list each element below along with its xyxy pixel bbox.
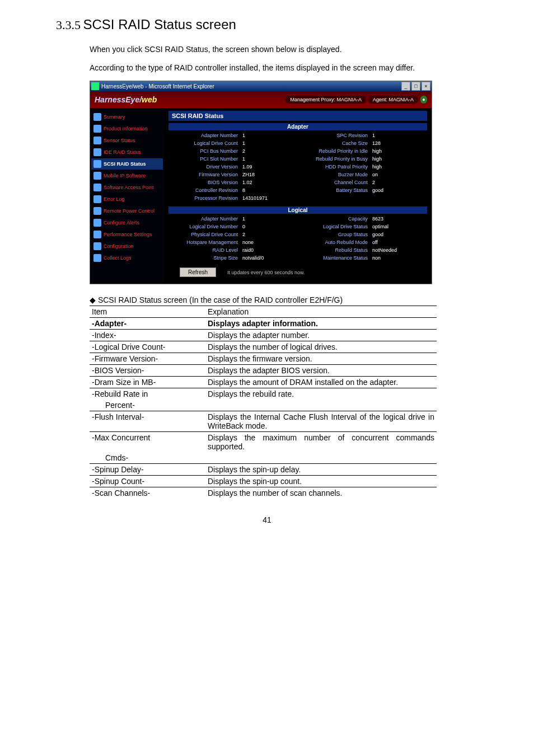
explanation-cell: Displays the number of scan channels. [205,487,437,499]
item-cell: -Index- [90,330,205,341]
table-row: -Flush Interval-Displays the Internal Ca… [90,411,437,432]
kv-row: Rebuild StatusnotNeeded [301,246,425,254]
item-cell: -Spinup Count- [90,476,205,487]
screenshot-window: HarnessEye/web - Microsoft Internet Expl… [90,81,432,284]
panel-title: SCSI RAID Status [168,111,427,121]
intro-line-1: When you click SCSI RAID Status, the scr… [90,44,478,55]
table-row: Percent- [90,400,437,411]
window-titlebar: HarnessEye/web - Microsoft Internet Expl… [90,81,432,91]
table-caption: ◆ SCSI RAID Status screen (In the case o… [90,295,478,304]
table-row: -Max ConcurrentDisplays the maximum numb… [90,432,437,453]
summary-icon [93,113,101,121]
ie-icon [91,82,99,90]
sidebar-item-sensor-status[interactable]: Sensor Status [91,135,163,146]
table-row: -BIOS Version-Displays the adapter BIOS … [90,365,437,377]
error-log-icon [93,195,101,203]
logical-kv-grid: Adapter Number1 Logical Drive Number0 Ph… [168,214,427,264]
adapter-section-head: Adapter [168,123,427,130]
kv-row: Capacity8623 [301,215,425,223]
sidebar-item-software-ap[interactable]: Software Access Point [91,182,163,193]
brand-logo: HarnessEye/web [95,95,157,104]
proxy-label: Management Proxy: MAGNIA-A [285,96,366,104]
table-row: -Dram Size in MB-Displays the amount of … [90,377,437,388]
maximize-button[interactable]: □ [411,82,420,91]
kv-row: Maintenance Statusnon [301,254,425,262]
close-button[interactable]: × [421,82,430,91]
table-row: -Scan Channels-Displays the number of sc… [90,487,437,499]
table-row: -Adapter-Displays adapter information. [90,318,437,330]
status-dot-icon: ● [420,96,427,104]
explanation-cell: Displays the rebuild rate. [205,388,437,400]
page: 3.3.5 SCSI RAID Status screen When you c… [0,0,534,547]
sidebar-item-configure-alerts[interactable]: Configure Alerts [91,217,163,228]
refresh-button[interactable]: Refresh [180,267,216,277]
sidebar-item-remote-power[interactable]: Remote Power Control [91,205,163,217]
item-cell: -BIOS Version- [90,365,205,377]
adapter-kv-grid: Adapter Number1 Logical Drive Count1 PCI… [168,130,427,204]
collect-logs-icon [93,254,101,262]
table-row: -Spinup Count-Displays the spin-up count… [90,476,437,487]
kv-row: Physical Drive Count2 [171,231,295,238]
explanation-cell: Displays the maximum number of concurren… [205,432,437,453]
explanation-cell [205,400,437,411]
item-cell: -Max Concurrent [90,432,205,453]
sidebar-item-configuration[interactable]: Configuration [91,241,163,252]
explanation-table: Item Explanation -Adapter-Displays adapt… [90,306,437,499]
explanation-cell: Displays the firmware version. [205,353,437,365]
remote-power-icon [93,207,101,215]
sidebar-item-performance[interactable]: Performance Settings [91,229,163,240]
explanation-cell: Displays the number of logical drives. [205,341,437,353]
logical-left-col: Adapter Number1 Logical Drive Number0 Ph… [171,215,295,262]
explanation-cell: Displays the amount of DRAM installed on… [205,377,437,388]
window-title: HarnessEye/web - Microsoft Internet Expl… [101,83,214,90]
table-row: -Firmware Version-Displays the firmware … [90,353,437,365]
logical-section-head: Logical [168,206,427,214]
logical-right-col: Capacity8623 Logical Drive Statusoptimal… [301,215,425,262]
item-cell: -Rebuild Rate in [90,388,205,400]
table-row: -Spinup Delay-Displays the spin-up delay… [90,464,437,476]
sidebar-item-error-log[interactable]: Error Log [91,194,163,205]
adapter-right-col: SPC Revision1 Cache Size128 Rebuild Prio… [301,132,425,202]
kv-row: Stripe Sizenotvalid/0 [171,254,295,262]
brand-part1: HarnessEye/ [95,95,142,104]
item-cell: -Dram Size in MB- [90,377,205,388]
sidebar-item-product-info[interactable]: Product Information [91,123,163,134]
item-cell: -Scan Channels- [90,487,205,499]
heading-title: SCSI RAID Status screen [83,17,236,32]
performance-icon [93,231,101,238]
explanation-cell: Displays adapter information. [205,318,437,330]
kv-row: Channel Count2 [301,179,425,186]
sidebar-item-summary[interactable]: Summary [91,111,163,123]
refresh-area: Refresh It updates every 600 seconds now… [168,267,427,277]
refresh-note: It updates every 600 seconds now. [227,270,305,275]
scsi-raid-icon [93,160,101,168]
agent-label: Agent: MAGNIA-A [368,96,418,104]
item-cell: -Firmware Version- [90,353,205,365]
kv-row: PCI Slot Number1 [171,155,295,163]
kv-row: Cache Size128 [301,139,425,147]
app-header: HarnessEye/web Management Proxy: MAGNIA-… [90,91,432,109]
sidebar: Summary Product Information Sensor Statu… [90,109,164,284]
content-panel: SCSI RAID Status Adapter Adapter Number1… [164,109,432,284]
item-cell: -Logical Drive Count- [90,341,205,353]
minimize-button[interactable]: _ [401,82,410,91]
item-cell: Cmds- [90,452,205,464]
mobile-ip-icon [93,172,101,180]
kv-row: PCI Bus Number2 [171,147,295,155]
explanation-cell: Displays the spin-up count. [205,476,437,487]
sidebar-item-scsi-raid[interactable]: SCSI RAID Status [91,158,163,170]
explanation-cell: Displays the adapter number. [205,330,437,341]
kv-row: BIOS Version1.02 [171,179,295,186]
kv-row: Buzzer Modeon [301,171,425,179]
item-cell: -Spinup Delay- [90,464,205,476]
kv-row: Battery Statusgood [301,186,425,194]
configuration-icon [93,242,101,250]
app-body: Summary Product Information Sensor Statu… [90,109,432,284]
page-number: 41 [56,515,478,524]
explanation-cell: Displays the Internal Cache Flush Interv… [205,411,437,432]
sidebar-item-collect-logs[interactable]: Collect Logs [91,252,163,264]
kv-row: Controller Revision8 [171,186,295,194]
sidebar-item-mobile-ip[interactable]: Mobile IP Software [91,170,163,181]
alerts-icon [93,219,101,227]
sidebar-item-ide-raid[interactable]: IDE RAID Status [91,147,163,158]
